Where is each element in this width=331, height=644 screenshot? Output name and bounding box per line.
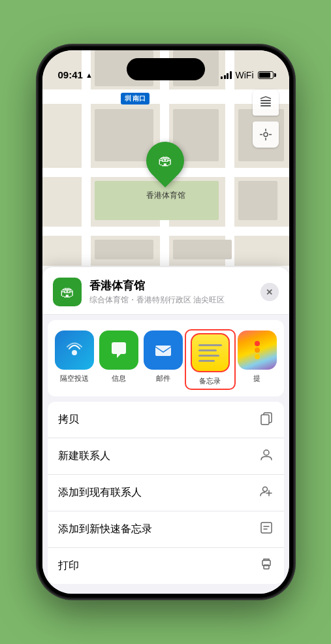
more-label: 提 [253,374,260,383]
airdrop-icon [55,330,94,370]
status-time: 09:41 ▲ [58,69,93,80]
add-notes-label: 添加到新快速备忘录 [58,523,152,536]
svg-rect-16 [261,523,272,533]
svg-rect-1 [260,103,271,104]
add-existing-icon [259,484,274,502]
action-new-contact[interactable]: 新建联系人 [48,438,284,475]
svg-point-3 [264,133,268,137]
action-add-notes[interactable]: 添加到新快速备忘录 [48,511,284,548]
phone-frame: 09:41 ▲ WiFi [39,46,293,598]
close-button[interactable]: ✕ [260,283,279,301]
stadium-icon: 🏟 [158,152,172,169]
bottom-sheet: 🏟 香港体育馆 综合体育馆・香港特别行政区 油尖旺区 ✕ [42,267,289,594]
svg-rect-0 [260,100,271,101]
location-icon: 🏟 [53,278,82,306]
map-pin: 🏟 香港体育馆 [146,142,185,201]
wifi-icon: WiFi [236,70,254,80]
print-icon [259,557,274,575]
status-icons: WiFi [221,70,274,80]
mail-icon [144,330,183,370]
metro-label: 圳 南口 [121,93,150,105]
metro-icon: 圳 [125,95,131,102]
notes-label: 备忘录 [199,376,221,386]
metro-label-text: 南口 [133,95,146,102]
app-item-more[interactable]: 提 [236,330,279,389]
battery-icon [258,71,274,79]
share-apps-row: 隔空投送 信息 [48,320,284,396]
app-item-messages[interactable]: 信息 [97,330,140,389]
svg-point-8 [72,350,77,355]
new-contact-label: 新建联系人 [58,449,110,463]
mail-label: 邮件 [156,374,170,383]
add-existing-label: 添加到现有联系人 [58,486,142,500]
copy-label: 拷贝 [58,413,79,427]
location-name: 香港体育馆 [89,278,253,293]
map-location-button[interactable] [253,121,279,148]
copy-icon [259,411,274,428]
map-layers-button[interactable] [253,89,279,116]
location-header: 🏟 香港体育馆 综合体育馆・香港特别行政区 油尖旺区 ✕ [42,267,289,315]
svg-point-13 [262,487,267,492]
messages-icon [99,330,138,370]
notes-icon [191,333,230,372]
action-add-existing[interactable]: 添加到现有联系人 [48,475,284,511]
action-list: 拷贝 新建联系人 [48,402,284,584]
location-arrow-icon: ▲ [86,71,93,79]
dynamic-island [127,58,205,80]
signal-bars-icon [221,71,232,79]
new-contact-icon [259,447,274,465]
print-label: 打印 [58,559,79,573]
svg-rect-11 [261,415,269,425]
map-area[interactable]: 圳 南口 🏟 香港体育馆 [42,50,289,298]
airdrop-label: 隔空投送 [60,374,89,383]
messages-label: 信息 [112,374,126,383]
more-icon [238,330,277,370]
app-item-notes[interactable]: 备忘录 [186,330,234,389]
time-display: 09:41 [58,69,83,80]
svg-point-12 [264,450,269,455]
app-item-airdrop[interactable]: 隔空投送 [53,330,96,389]
phone-screen: 09:41 ▲ WiFi [42,50,289,594]
add-notes-icon [259,521,274,538]
action-copy[interactable]: 拷贝 [48,402,284,438]
app-item-mail[interactable]: 邮件 [142,330,185,389]
location-info: 香港体育馆 综合体育馆・香港特别行政区 油尖旺区 [89,278,253,306]
map-controls [253,89,279,148]
action-print[interactable]: 打印 [48,548,284,584]
svg-rect-2 [260,105,271,106]
svg-rect-9 [155,346,171,356]
location-subtitle: 综合体育馆・香港特别行政区 油尖旺区 [89,295,253,306]
map-pin-label: 香港体育馆 [146,190,185,201]
